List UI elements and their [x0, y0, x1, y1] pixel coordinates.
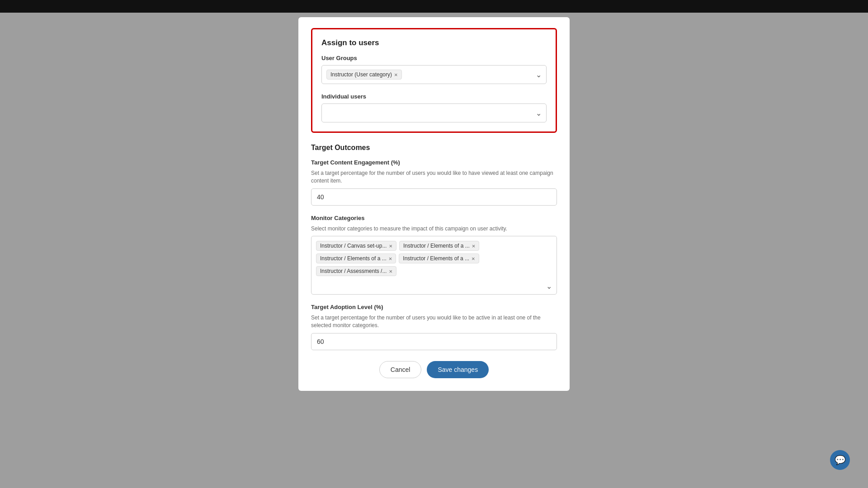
- adoption-level-label: Target Adoption Level (%): [311, 304, 557, 310]
- chat-icon: 💬: [835, 455, 846, 465]
- monitor-category-tag-label: Instructor / Elements of a ...: [403, 255, 469, 262]
- monitor-category-tag: Instructor / Canvas set-up...×: [316, 241, 396, 251]
- content-engagement-field: Target Content Engagement (%) Set a targ…: [311, 159, 557, 206]
- adoption-level-field: Target Adoption Level (%) Set a target p…: [311, 304, 557, 350]
- individual-users-select[interactable]: ⌄: [321, 103, 547, 122]
- monitor-category-tag-label: Instructor / Elements of a ...: [320, 255, 387, 262]
- target-outcomes-section: Target Outcomes Target Content Engagemen…: [311, 144, 557, 350]
- target-outcomes-title: Target Outcomes: [311, 144, 557, 152]
- monitor-category-tag: Instructor / Elements of a ...×: [399, 253, 479, 263]
- user-group-tag: Instructor (User category) ×: [326, 70, 402, 80]
- monitor-category-tag-remove[interactable]: ×: [389, 268, 392, 274]
- individual-users-field: Individual users ⌄: [321, 93, 547, 122]
- monitor-category-tag-label: Instructor / Assessments /...: [320, 268, 387, 274]
- individual-users-label: Individual users: [321, 93, 547, 100]
- page-container: Assign to users User Groups Instructor (…: [0, 13, 868, 488]
- user-group-tag-remove[interactable]: ×: [394, 72, 398, 78]
- adoption-level-description: Set a target percentage for the number o…: [311, 314, 557, 329]
- content-engagement-label: Target Content Engagement (%): [311, 159, 557, 166]
- monitor-category-tag-remove[interactable]: ×: [389, 243, 392, 249]
- monitor-categories-chevron-icon: ⌄: [546, 282, 552, 291]
- form-card: Assign to users User Groups Instructor (…: [298, 17, 570, 391]
- monitor-category-tag-remove[interactable]: ×: [389, 256, 392, 262]
- monitor-categories-description: Select monitor categories to measure the…: [311, 225, 557, 233]
- monitor-category-tag-label: Instructor / Canvas set-up...: [320, 243, 387, 249]
- footer-buttons: Cancel Save changes: [311, 361, 557, 378]
- user-groups-tags: Instructor (User category) ×: [326, 70, 530, 80]
- content-engagement-description: Set a target percentage for the number o…: [311, 169, 557, 185]
- monitor-category-tag-label: Instructor / Elements of a ...: [403, 243, 470, 249]
- monitor-category-tag-remove[interactable]: ×: [472, 256, 475, 262]
- monitor-categories-field: Monitor Categories Select monitor catego…: [311, 215, 557, 295]
- monitor-categories-label: Monitor Categories: [311, 215, 557, 221]
- monitor-category-tag-remove[interactable]: ×: [472, 243, 476, 249]
- user-groups-chevron-icon: ⌄: [536, 70, 542, 79]
- user-groups-label: User Groups: [321, 55, 547, 61]
- monitor-category-tag: Instructor / Assessments /...×: [316, 266, 396, 276]
- assign-section: Assign to users User Groups Instructor (…: [311, 28, 557, 133]
- content-engagement-input[interactable]: [311, 188, 557, 206]
- save-button[interactable]: Save changes: [427, 361, 489, 378]
- adoption-level-input[interactable]: [311, 333, 557, 350]
- monitor-categories-tags-grid: Instructor / Canvas set-up...×Instructor…: [316, 241, 552, 276]
- user-groups-field: User Groups Instructor (User category) ×…: [321, 55, 547, 84]
- user-group-tag-label: Instructor (User category): [330, 71, 392, 78]
- monitor-category-tag: Instructor / Elements of a ...×: [316, 253, 396, 263]
- assign-title: Assign to users: [321, 38, 547, 47]
- user-groups-select[interactable]: Instructor (User category) × ⌄: [321, 65, 547, 84]
- cancel-button[interactable]: Cancel: [379, 361, 422, 378]
- individual-users-chevron-icon: ⌄: [536, 109, 542, 117]
- chat-widget[interactable]: 💬: [830, 450, 850, 470]
- top-bar: [0, 0, 868, 13]
- monitor-category-tag: Instructor / Elements of a ...×: [399, 241, 479, 251]
- monitor-categories-select[interactable]: Instructor / Canvas set-up...×Instructor…: [311, 236, 557, 295]
